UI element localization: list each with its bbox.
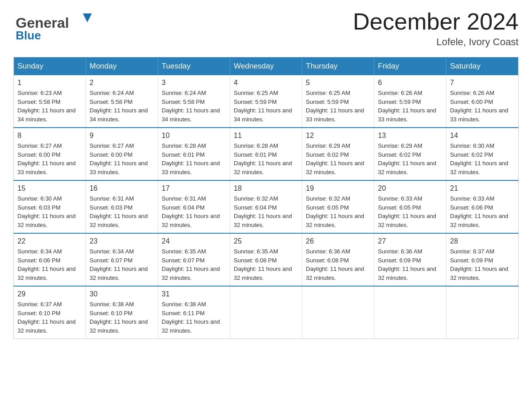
day-info: Sunrise: 6:24 AM Sunset: 5:58 PM Dayligh…: [162, 89, 226, 124]
day-number: 10: [162, 132, 226, 140]
day-number: 30: [90, 290, 154, 298]
table-row: 31 Sunrise: 6:38 AM Sunset: 6:11 PM Dayl…: [158, 286, 230, 339]
calendar-week-2: 8 Sunrise: 6:27 AM Sunset: 6:00 PM Dayli…: [14, 128, 519, 180]
day-number: 23: [90, 237, 154, 245]
day-number: 20: [378, 184, 442, 193]
calendar-week-4: 22 Sunrise: 6:34 AM Sunset: 6:06 PM Dayl…: [14, 233, 519, 286]
day-info: Sunrise: 6:29 AM Sunset: 6:02 PM Dayligh…: [306, 141, 370, 176]
day-number: 28: [450, 237, 515, 245]
day-info: Sunrise: 6:34 AM Sunset: 6:06 PM Dayligh…: [17, 247, 82, 282]
calendar-week-5: 29 Sunrise: 6:37 AM Sunset: 6:10 PM Dayl…: [14, 286, 519, 339]
table-row: 19 Sunrise: 6:32 AM Sunset: 6:05 PM Dayl…: [302, 180, 374, 233]
day-info: Sunrise: 6:27 AM Sunset: 6:00 PM Dayligh…: [17, 141, 82, 176]
day-number: 9: [90, 132, 154, 140]
day-info: Sunrise: 6:24 AM Sunset: 5:58 PM Dayligh…: [90, 89, 154, 124]
table-row: 9 Sunrise: 6:27 AM Sunset: 6:00 PM Dayli…: [86, 128, 158, 180]
svg-text:Blue: Blue: [16, 29, 41, 42]
table-row: 28 Sunrise: 6:37 AM Sunset: 6:09 PM Dayl…: [446, 233, 519, 286]
table-row: 17 Sunrise: 6:31 AM Sunset: 6:04 PM Dayl…: [158, 180, 230, 233]
table-row: 2 Sunrise: 6:24 AM Sunset: 5:58 PM Dayli…: [86, 75, 158, 128]
day-info: Sunrise: 6:31 AM Sunset: 6:03 PM Dayligh…: [90, 194, 154, 229]
day-info: Sunrise: 6:38 AM Sunset: 6:11 PM Dayligh…: [162, 300, 226, 335]
calendar-week-1: 1 Sunrise: 6:23 AM Sunset: 5:58 PM Dayli…: [14, 75, 519, 128]
day-number: 11: [234, 132, 298, 140]
table-row: 18 Sunrise: 6:32 AM Sunset: 6:04 PM Dayl…: [230, 180, 302, 233]
table-row: 13 Sunrise: 6:29 AM Sunset: 6:02 PM Dayl…: [374, 128, 446, 180]
day-info: Sunrise: 6:38 AM Sunset: 6:10 PM Dayligh…: [90, 300, 154, 335]
table-row: 8 Sunrise: 6:27 AM Sunset: 6:00 PM Dayli…: [14, 128, 86, 180]
table-row: 10 Sunrise: 6:28 AM Sunset: 6:01 PM Dayl…: [158, 128, 230, 180]
day-info: Sunrise: 6:26 AM Sunset: 5:59 PM Dayligh…: [378, 89, 442, 124]
day-info: Sunrise: 6:29 AM Sunset: 6:02 PM Dayligh…: [378, 141, 442, 176]
day-info: Sunrise: 6:35 AM Sunset: 6:07 PM Dayligh…: [162, 247, 226, 282]
day-number: 22: [17, 237, 82, 245]
svg-marker-1: [83, 13, 92, 22]
day-number: 17: [162, 184, 226, 193]
day-info: Sunrise: 6:35 AM Sunset: 6:08 PM Dayligh…: [234, 247, 298, 282]
day-info: Sunrise: 6:32 AM Sunset: 6:04 PM Dayligh…: [234, 194, 298, 229]
table-row: 7 Sunrise: 6:26 AM Sunset: 6:00 PM Dayli…: [446, 75, 519, 128]
day-number: 2: [90, 79, 154, 87]
page-header: General Blue December 2024 Lofele, Ivory…: [13, 9, 519, 48]
logo: General Blue: [13, 9, 99, 44]
table-row: 30 Sunrise: 6:38 AM Sunset: 6:10 PM Dayl…: [86, 286, 158, 339]
header-monday: Monday: [86, 57, 158, 76]
month-title: December 2024: [353, 9, 519, 34]
table-row: 11 Sunrise: 6:28 AM Sunset: 6:01 PM Dayl…: [230, 128, 302, 180]
header-tuesday: Tuesday: [158, 57, 230, 76]
header-thursday: Thursday: [302, 57, 374, 76]
location: Lofele, Ivory Coast: [353, 36, 519, 48]
header-wednesday: Wednesday: [230, 57, 302, 76]
table-row: 12 Sunrise: 6:29 AM Sunset: 6:02 PM Dayl…: [302, 128, 374, 180]
calendar-table: SundayMondayTuesdayWednesdayThursdayFrid…: [13, 57, 519, 339]
day-number: 12: [306, 132, 370, 140]
day-info: Sunrise: 6:34 AM Sunset: 6:07 PM Dayligh…: [90, 247, 154, 282]
day-number: 31: [162, 290, 226, 298]
day-info: Sunrise: 6:32 AM Sunset: 6:05 PM Dayligh…: [306, 194, 370, 229]
day-info: Sunrise: 6:25 AM Sunset: 5:59 PM Dayligh…: [234, 89, 298, 124]
table-row: 27 Sunrise: 6:36 AM Sunset: 6:09 PM Dayl…: [374, 233, 446, 286]
table-row: [230, 286, 302, 339]
day-info: Sunrise: 6:31 AM Sunset: 6:04 PM Dayligh…: [162, 194, 226, 229]
calendar-header-row: SundayMondayTuesdayWednesdayThursdayFrid…: [14, 57, 519, 76]
logo-image: General Blue: [13, 9, 99, 44]
day-info: Sunrise: 6:36 AM Sunset: 6:08 PM Dayligh…: [306, 247, 370, 282]
day-number: 29: [17, 290, 82, 298]
header-saturday: Saturday: [446, 57, 519, 76]
calendar-week-3: 15 Sunrise: 6:30 AM Sunset: 6:03 PM Dayl…: [14, 180, 519, 233]
day-number: 7: [450, 79, 515, 87]
day-number: 19: [306, 184, 370, 193]
table-row: [446, 286, 519, 339]
table-row: 15 Sunrise: 6:30 AM Sunset: 6:03 PM Dayl…: [14, 180, 86, 233]
day-info: Sunrise: 6:28 AM Sunset: 6:01 PM Dayligh…: [234, 141, 298, 176]
day-info: Sunrise: 6:36 AM Sunset: 6:09 PM Dayligh…: [378, 247, 442, 282]
table-row: 22 Sunrise: 6:34 AM Sunset: 6:06 PM Dayl…: [14, 233, 86, 286]
day-number: 3: [162, 79, 226, 87]
day-number: 8: [17, 132, 82, 140]
day-info: Sunrise: 6:25 AM Sunset: 5:59 PM Dayligh…: [306, 89, 370, 124]
day-number: 18: [234, 184, 298, 193]
day-number: 26: [306, 237, 370, 245]
header-friday: Friday: [374, 57, 446, 76]
table-row: 5 Sunrise: 6:25 AM Sunset: 5:59 PM Dayli…: [302, 75, 374, 128]
day-info: Sunrise: 6:28 AM Sunset: 6:01 PM Dayligh…: [162, 141, 226, 176]
table-row: 16 Sunrise: 6:31 AM Sunset: 6:03 PM Dayl…: [86, 180, 158, 233]
day-number: 16: [90, 184, 154, 193]
day-info: Sunrise: 6:27 AM Sunset: 6:00 PM Dayligh…: [90, 141, 154, 176]
table-row: 29 Sunrise: 6:37 AM Sunset: 6:10 PM Dayl…: [14, 286, 86, 339]
day-info: Sunrise: 6:37 AM Sunset: 6:10 PM Dayligh…: [17, 300, 82, 335]
day-number: 14: [450, 132, 515, 140]
day-info: Sunrise: 6:33 AM Sunset: 6:06 PM Dayligh…: [450, 194, 515, 229]
table-row: 24 Sunrise: 6:35 AM Sunset: 6:07 PM Dayl…: [158, 233, 230, 286]
day-number: 13: [378, 132, 442, 140]
table-row: 1 Sunrise: 6:23 AM Sunset: 5:58 PM Dayli…: [14, 75, 86, 128]
table-row: 4 Sunrise: 6:25 AM Sunset: 5:59 PM Dayli…: [230, 75, 302, 128]
day-number: 24: [162, 237, 226, 245]
day-info: Sunrise: 6:26 AM Sunset: 6:00 PM Dayligh…: [450, 89, 515, 124]
table-row: 21 Sunrise: 6:33 AM Sunset: 6:06 PM Dayl…: [446, 180, 519, 233]
table-row: 26 Sunrise: 6:36 AM Sunset: 6:08 PM Dayl…: [302, 233, 374, 286]
title-section: December 2024 Lofele, Ivory Coast: [353, 9, 519, 48]
day-number: 6: [378, 79, 442, 87]
day-number: 5: [306, 79, 370, 87]
table-row: 6 Sunrise: 6:26 AM Sunset: 5:59 PM Dayli…: [374, 75, 446, 128]
